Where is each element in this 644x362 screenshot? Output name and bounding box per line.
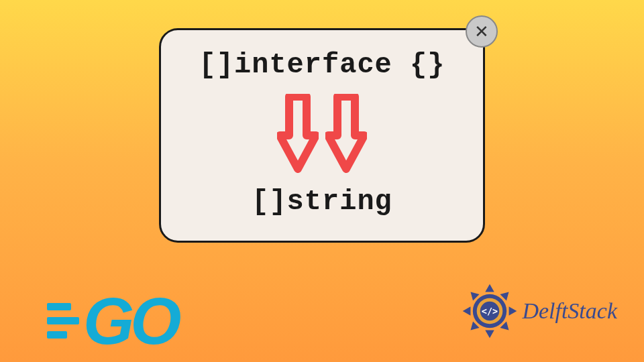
svg-marker-3	[509, 306, 517, 315]
svg-marker-5	[468, 321, 480, 333]
source-type-text: []interface {}	[199, 49, 445, 81]
svg-marker-4	[500, 289, 513, 301]
svg-marker-0	[486, 284, 494, 292]
svg-marker-1	[486, 330, 494, 339]
target-type-text: []string	[252, 186, 392, 218]
close-button[interactable]: ✕	[466, 15, 498, 48]
conversion-card: []interface {} []string ✕	[159, 28, 485, 243]
svg-marker-7	[500, 321, 513, 333]
down-arrow-icon	[277, 94, 319, 173]
delftstack-logo-text: DelftStack	[522, 298, 617, 324]
delftstack-gear-icon: </>	[462, 283, 518, 339]
down-arrow-icon	[325, 94, 367, 173]
go-logo-text: GO	[83, 295, 177, 347]
delftstack-logo: </> DelftStack	[462, 283, 617, 339]
svg-text:</>: </>	[482, 306, 498, 316]
svg-marker-6	[468, 289, 480, 301]
go-logo: GO	[47, 295, 177, 347]
down-arrows	[277, 94, 367, 173]
close-icon: ✕	[474, 21, 489, 42]
go-speed-lines-icon	[47, 303, 79, 339]
svg-marker-2	[463, 306, 471, 315]
